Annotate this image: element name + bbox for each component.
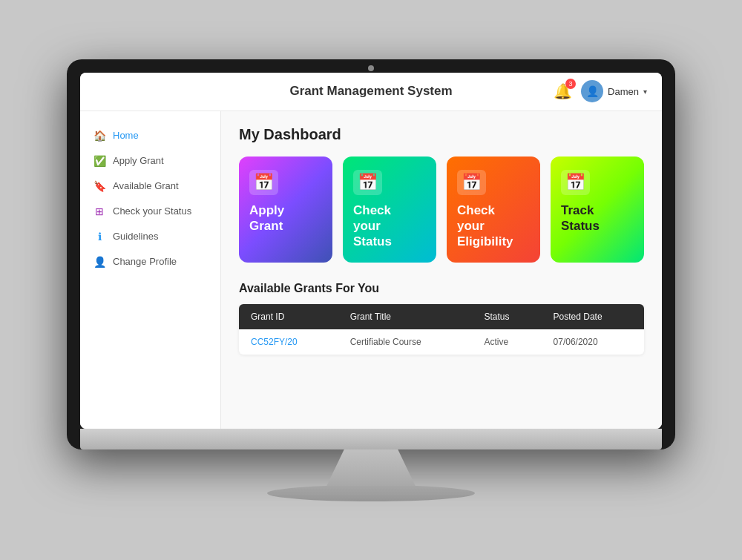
grant-id-link[interactable]: CC52FY/20 — [251, 337, 298, 347]
chevron-down-icon: ▾ — [643, 88, 647, 96]
check-status-card-label: CheckyourStatus — [353, 202, 392, 250]
user-name: Damen — [608, 86, 639, 97]
eligibility-card[interactable]: 📅 CheckyourEligibility — [447, 157, 540, 263]
grants-section-title: Available Grants For You — [239, 282, 644, 295]
available-grant-icon: 🔖 — [93, 180, 105, 192]
check-status-icon: ⊞ — [93, 205, 105, 217]
monitor-camera — [368, 65, 374, 71]
sidebar-item-available-grant[interactable]: 🔖 Available Grant — [80, 174, 220, 199]
sidebar-item-change-profile[interactable]: 👤 Change Profile — [80, 249, 220, 274]
user-menu[interactable]: 👤 Damen ▾ — [581, 80, 647, 102]
header-right: 🔔 3 👤 Damen ▾ — [554, 80, 647, 102]
cell-status: Active — [472, 329, 541, 355]
sidebar-label-apply-grant: Apply Grant — [113, 155, 164, 166]
cell-grant-title: Certifiable Course — [338, 329, 473, 355]
table-row: CC52FY/20 Certifiable Course Active 07/0… — [239, 329, 644, 355]
apply-grant-card-icon: 📅 — [249, 170, 278, 195]
app-body: 🏠 Home ✅ Apply Grant 🔖 Available Grant ⊞… — [80, 111, 662, 429]
guidelines-icon: ℹ — [93, 231, 105, 243]
sidebar-label-guidelines: Guidelines — [113, 231, 158, 242]
track-status-card[interactable]: 📅 TrackStatus — [551, 157, 644, 263]
cards-grid: 📅 ApplyGrant 📅 CheckyourStatus 📅 Checkyo… — [239, 157, 644, 263]
track-status-card-label: TrackStatus — [561, 202, 600, 234]
apply-grant-card[interactable]: 📅 ApplyGrant — [239, 157, 332, 263]
home-icon: 🏠 — [93, 130, 105, 142]
monitor-screen: Grant Management System 🔔 3 👤 Damen ▾ — [80, 73, 662, 429]
col-grant-title: Grant Title — [338, 304, 473, 329]
sidebar-label-check-status: Check your Status — [113, 205, 191, 217]
notification-badge: 3 — [565, 79, 576, 89]
notification-button[interactable]: 🔔 3 — [554, 82, 572, 100]
monitor-bezel — [80, 429, 662, 449]
cell-grant-id[interactable]: CC52FY/20 — [239, 329, 338, 355]
header-title: Grant Management System — [289, 84, 452, 99]
app-header: Grant Management System 🔔 3 👤 Damen ▾ — [80, 73, 662, 111]
apply-grant-icon: ✅ — [93, 155, 105, 167]
check-status-card-icon: 📅 — [353, 170, 382, 195]
col-grant-id: Grant ID — [239, 304, 338, 329]
sidebar-label-available-grant: Available Grant — [113, 180, 179, 191]
sidebar-item-apply-grant[interactable]: ✅ Apply Grant — [80, 148, 220, 174]
apply-grant-card-label: ApplyGrant — [249, 202, 284, 234]
eligibility-card-icon: 📅 — [457, 170, 486, 195]
track-status-card-icon: 📅 — [561, 170, 590, 195]
monitor-neck — [326, 449, 416, 487]
change-profile-icon: 👤 — [93, 256, 105, 268]
dashboard-title: My Dashboard — [239, 126, 644, 143]
col-posted-date: Posted Date — [542, 304, 644, 329]
check-status-card[interactable]: 📅 CheckyourStatus — [343, 157, 436, 263]
sidebar-label-change-profile: Change Profile — [113, 256, 177, 267]
sidebar-label-home: Home — [113, 130, 139, 141]
avatar: 👤 — [581, 80, 603, 102]
table-header-row: Grant ID Grant Title Status Posted Date — [239, 304, 644, 329]
col-status: Status — [472, 304, 541, 329]
cell-posted-date: 07/06/2020 — [542, 329, 644, 355]
grants-table: Grant ID Grant Title Status Posted Date … — [239, 304, 644, 355]
monitor-base — [267, 485, 475, 501]
main-content: My Dashboard 📅 ApplyGrant 📅 CheckyourSta… — [221, 111, 662, 429]
sidebar-item-guidelines[interactable]: ℹ Guidelines — [80, 224, 220, 249]
sidebar: 🏠 Home ✅ Apply Grant 🔖 Available Grant ⊞… — [80, 111, 221, 429]
avatar-icon: 👤 — [586, 85, 599, 97]
sidebar-item-check-status[interactable]: ⊞ Check your Status — [80, 199, 220, 224]
monitor-stand — [67, 449, 675, 501]
eligibility-card-label: CheckyourEligibility — [457, 202, 513, 250]
sidebar-item-home[interactable]: 🏠 Home — [80, 123, 220, 148]
